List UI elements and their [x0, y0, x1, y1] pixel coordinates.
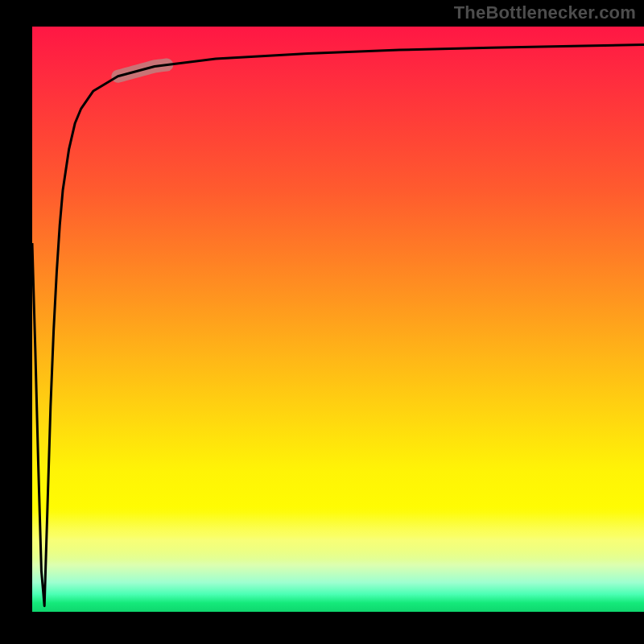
watermark-text: TheBottlenecker.com: [454, 2, 636, 23]
chart-container: TheBottlenecker.com: [0, 0, 644, 644]
bottleneck-curve-line: [32, 45, 644, 606]
plot-area: [32, 27, 644, 612]
curve-svg: [32, 27, 644, 612]
